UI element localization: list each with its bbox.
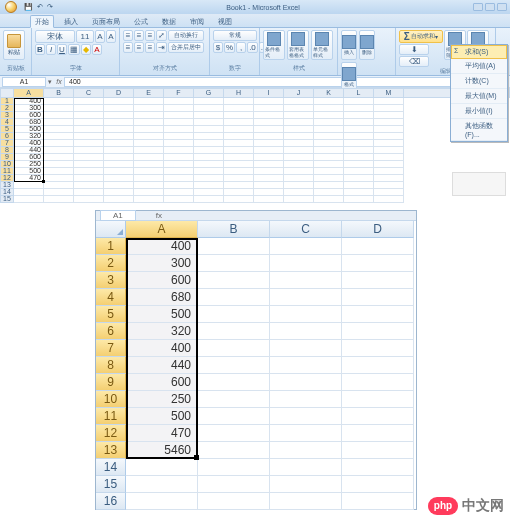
cell[interactable] [194,98,224,105]
maximize-button[interactable] [485,3,495,11]
cell[interactable] [134,112,164,119]
cell[interactable] [344,119,374,126]
cell[interactable] [374,161,404,168]
cell[interactable] [284,98,314,105]
cell[interactable] [134,154,164,161]
cell[interactable] [344,154,374,161]
cell[interactable] [374,105,404,112]
cell[interactable] [194,175,224,182]
cell[interactable] [284,140,314,147]
merge-button[interactable]: 合并后居中 [168,42,204,53]
conditional-format-button[interactable]: 条件格式 [263,30,285,60]
cell[interactable] [198,306,270,323]
menu-count[interactable]: 计数(C) [451,74,507,89]
cell[interactable] [342,425,414,442]
cell[interactable] [284,119,314,126]
fx-icon[interactable]: fx [54,78,64,85]
cell[interactable] [194,196,224,203]
cell[interactable] [74,126,104,133]
cell[interactable] [344,98,374,105]
cell[interactable] [314,140,344,147]
cell[interactable] [164,126,194,133]
cell[interactable] [164,147,194,154]
cell[interactable] [44,182,74,189]
cell[interactable]: 250 [126,391,198,408]
cell[interactable]: 400 [126,340,198,357]
cell[interactable] [126,459,198,476]
cell[interactable] [74,98,104,105]
cell[interactable] [374,154,404,161]
cell[interactable] [342,408,414,425]
cell[interactable] [74,140,104,147]
cell[interactable] [14,196,44,203]
cell[interactable] [44,196,74,203]
cell[interactable] [344,105,374,112]
cell[interactable] [344,168,374,175]
column-header[interactable]: K [314,88,344,98]
fill-button[interactable]: ⬇ [399,44,429,55]
cell[interactable] [164,112,194,119]
column-header[interactable]: J [284,88,314,98]
tab-view[interactable]: 视图 [214,16,236,27]
cell[interactable] [254,105,284,112]
row-header[interactable]: 13 [96,442,126,459]
cell[interactable] [198,357,270,374]
cell[interactable] [104,154,134,161]
tab-insert[interactable]: 插入 [60,16,82,27]
cell[interactable] [104,147,134,154]
cell[interactable] [44,119,74,126]
cell[interactable] [134,98,164,105]
qat-save-icon[interactable]: 💾 [24,3,33,11]
cell[interactable] [194,126,224,133]
cell[interactable] [342,238,414,255]
cell[interactable]: 680 [126,289,198,306]
cell[interactable] [44,133,74,140]
cell[interactable] [374,126,404,133]
cell[interactable] [224,105,254,112]
row-header[interactable]: 10 [96,391,126,408]
cell[interactable] [342,272,414,289]
cell[interactable] [270,476,342,493]
cell[interactable] [44,175,74,182]
cell[interactable] [342,442,414,459]
cell[interactable] [194,133,224,140]
cell[interactable] [342,289,414,306]
cell[interactable] [344,133,374,140]
cell[interactable]: 300 [126,255,198,272]
cell[interactable]: 5460 [126,442,198,459]
underline-button[interactable]: U [57,44,67,55]
column-header[interactable]: I [254,88,284,98]
cell[interactable] [314,98,344,105]
cell[interactable] [374,189,404,196]
cell[interactable] [198,323,270,340]
cell[interactable] [134,182,164,189]
cell[interactable] [224,140,254,147]
bold-button[interactable]: B [35,44,45,55]
cell[interactable] [104,133,134,140]
cell[interactable] [270,374,342,391]
cell[interactable] [224,98,254,105]
cell[interactable] [284,133,314,140]
column-header[interactable]: B [44,88,74,98]
row-header[interactable]: 3 [96,272,126,289]
cell[interactable]: 600 [126,374,198,391]
cell[interactable] [198,459,270,476]
cell[interactable] [342,391,414,408]
increase-decimal-button[interactable]: .0 [247,42,258,53]
cell[interactable] [344,147,374,154]
cell[interactable] [342,323,414,340]
qat-undo-icon[interactable]: ↶ [37,3,43,11]
wrap-text-button[interactable]: 自动换行 [168,30,204,41]
cell[interactable] [164,105,194,112]
cell[interactable] [74,168,104,175]
cell[interactable]: 600 [126,272,198,289]
cell[interactable] [270,340,342,357]
cell[interactable] [44,154,74,161]
cell[interactable] [374,140,404,147]
cell[interactable] [254,147,284,154]
cell[interactable] [198,374,270,391]
cell-styles-button[interactable]: 单元格样式 [311,30,333,60]
font-size-select[interactable]: 11 [76,30,94,43]
cell[interactable] [44,140,74,147]
cell[interactable] [134,168,164,175]
